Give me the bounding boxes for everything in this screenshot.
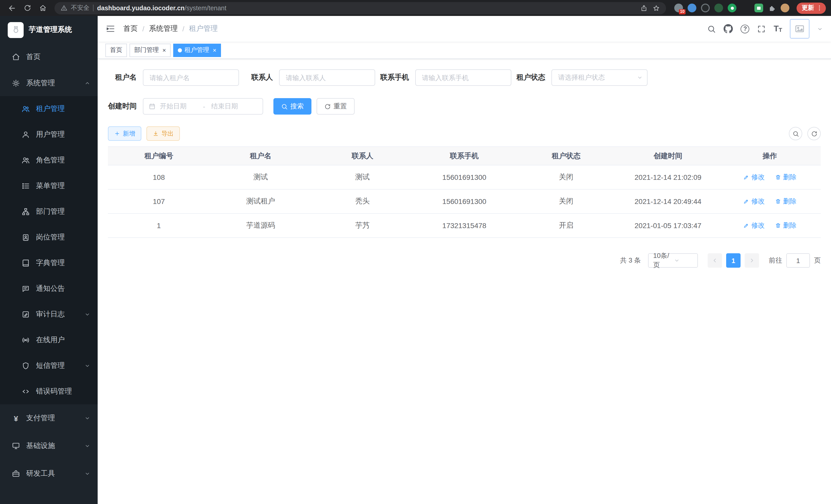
browser-menu-kebab-icon[interactable] bbox=[816, 5, 823, 11]
code-icon bbox=[22, 387, 30, 395]
sidebar-item-post-management[interactable]: 岗位管理 bbox=[0, 225, 98, 250]
page-size-select[interactable]: 10条/页 bbox=[648, 253, 698, 268]
sidebar-item-system-management[interactable]: 系统管理 bbox=[0, 70, 98, 96]
sidebar-item-home[interactable]: 首页 bbox=[0, 44, 98, 70]
extension-icon[interactable] bbox=[741, 4, 750, 12]
sidebar-item-online-users[interactable]: 在线用户 bbox=[0, 327, 98, 353]
avatar-caret-down-icon[interactable] bbox=[817, 26, 823, 32]
url-path: /system/tenant bbox=[184, 4, 226, 11]
extension-icon[interactable] bbox=[728, 4, 737, 12]
update-label: 更新 bbox=[802, 4, 814, 12]
breadcrumb-home[interactable]: 首页 bbox=[123, 24, 138, 33]
edit-link[interactable]: 修改 bbox=[743, 173, 765, 182]
next-page-button[interactable] bbox=[745, 253, 759, 268]
fullscreen-icon bbox=[757, 24, 766, 33]
edit-link[interactable]: 修改 bbox=[743, 221, 765, 230]
reload-button[interactable] bbox=[21, 2, 34, 14]
home-icon bbox=[12, 53, 20, 61]
sidebar-collapse-button[interactable] bbox=[106, 24, 115, 33]
refresh-table-button[interactable] bbox=[807, 127, 821, 140]
tenant-status-select[interactable]: 请选择租户状态 bbox=[551, 69, 648, 86]
goto-page-input[interactable] bbox=[786, 253, 810, 268]
close-icon[interactable]: × bbox=[163, 47, 166, 53]
edit-pencil-icon bbox=[743, 174, 749, 180]
delete-link[interactable]: 删除 bbox=[775, 173, 797, 182]
reset-button[interactable]: 重置 bbox=[317, 98, 354, 115]
bookmark-star-icon[interactable] bbox=[653, 4, 660, 11]
update-button[interactable]: 更新 bbox=[797, 2, 826, 13]
chevron-down-icon bbox=[84, 312, 90, 318]
not-secure-label: 不安全 bbox=[71, 4, 89, 12]
address-bar[interactable]: 不安全 dashboard.yudao.iocoder.cn/system/te… bbox=[55, 2, 666, 14]
contact-phone-label: 联系手机 bbox=[380, 73, 415, 82]
sidebar-item-tenant-management[interactable]: 租户管理 bbox=[0, 96, 98, 122]
sidebar-item-label: 支付管理 bbox=[26, 414, 55, 423]
page-number-1[interactable]: 1 bbox=[726, 253, 741, 268]
col-phone: 联系手机 bbox=[413, 147, 515, 165]
tenant-name-input[interactable] bbox=[143, 69, 239, 86]
extension-icon[interactable] bbox=[714, 4, 723, 12]
contact-input[interactable] bbox=[279, 69, 375, 86]
edit-pencil-icon bbox=[743, 198, 749, 205]
sidebar-item-payment-management[interactable]: ¥ 支付管理 bbox=[0, 404, 98, 432]
extensions-area: 10 bbox=[674, 4, 790, 12]
delete-link[interactable]: 删除 bbox=[775, 221, 797, 230]
chevron-down-icon bbox=[84, 415, 90, 421]
filter-row-2: 创建时间 开始日期 - 结束日期 搜索 重置 bbox=[108, 98, 821, 115]
tab-tenant-management[interactable]: 租户管理× bbox=[173, 43, 221, 57]
tab-dept-management[interactable]: 部门管理× bbox=[130, 43, 171, 57]
delete-link[interactable]: 删除 bbox=[775, 197, 797, 206]
sidebar-item-notice-announcement[interactable]: 通知公告 bbox=[0, 276, 98, 302]
tab-home[interactable]: 首页 bbox=[105, 43, 127, 57]
sidebar-item-dev-tools[interactable]: 研发工具 bbox=[0, 460, 98, 487]
sidebar-item-audit-log[interactable]: 审计日志 bbox=[0, 302, 98, 327]
prev-page-button[interactable] bbox=[708, 253, 722, 268]
share-icon[interactable] bbox=[640, 4, 648, 11]
cell-created-at: 2021-12-14 20:49:44 bbox=[617, 189, 719, 213]
app-logo-row[interactable]: 芋道管理系统 bbox=[0, 16, 98, 44]
extension-icon[interactable] bbox=[754, 4, 763, 12]
export-button[interactable]: 导出 bbox=[146, 126, 180, 141]
profile-avatar-icon[interactable] bbox=[781, 4, 790, 12]
sidebar-item-menu-management[interactable]: 菜单管理 bbox=[0, 173, 98, 199]
sidebar-bottom-group: ¥ 支付管理 基础设施 研发工具 bbox=[0, 404, 98, 487]
help-button[interactable]: ? bbox=[741, 24, 749, 33]
extension-icon[interactable]: 10 bbox=[674, 4, 683, 12]
breadcrumb-current: 租户管理 bbox=[189, 24, 218, 33]
breadcrumb-system-management[interactable]: 系统管理 bbox=[149, 24, 178, 33]
cell-tenant-name: 测试 bbox=[210, 165, 311, 189]
close-icon[interactable]: × bbox=[213, 47, 217, 53]
toggle-search-button[interactable] bbox=[789, 127, 802, 140]
add-button-label: 新增 bbox=[123, 129, 135, 138]
date-separator: - bbox=[201, 102, 207, 110]
extension-icon[interactable] bbox=[688, 4, 696, 12]
edit-link[interactable]: 修改 bbox=[743, 197, 765, 206]
sidebar-item-user-management[interactable]: 用户管理 bbox=[0, 122, 98, 147]
export-button-label: 导出 bbox=[161, 129, 174, 138]
fullscreen-button[interactable] bbox=[757, 24, 766, 33]
github-link[interactable] bbox=[724, 24, 733, 33]
browser-home-button[interactable] bbox=[36, 2, 49, 14]
user-avatar[interactable] bbox=[790, 19, 809, 38]
sidebar-item-role-management[interactable]: 角色管理 bbox=[0, 147, 98, 173]
create-time-range-picker[interactable]: 开始日期 - 结束日期 bbox=[143, 98, 263, 115]
search-button[interactable]: 搜索 bbox=[274, 98, 311, 115]
calendar-icon bbox=[148, 103, 156, 110]
font-size-button[interactable]: TT bbox=[774, 25, 782, 33]
page-size-value: 10条/页 bbox=[653, 251, 674, 270]
sidebar-item-dept-management[interactable]: 部门管理 bbox=[0, 199, 98, 225]
tenant-status-placeholder: 请选择租户状态 bbox=[558, 73, 637, 82]
sidebar-item-sms-management[interactable]: 短信管理 bbox=[0, 353, 98, 379]
sidebar-item-dict-management[interactable]: 字典管理 bbox=[0, 250, 98, 276]
back-button[interactable] bbox=[5, 2, 19, 14]
breadcrumb-separator: / bbox=[142, 25, 144, 33]
extension-icon[interactable] bbox=[701, 4, 710, 12]
cell-contact: 测试 bbox=[312, 165, 413, 189]
add-button[interactable]: 新增 bbox=[108, 126, 141, 141]
cell-tenant-name: 测试租户 bbox=[210, 189, 311, 213]
sidebar-item-infrastructure[interactable]: 基础设施 bbox=[0, 432, 98, 460]
contact-phone-input[interactable] bbox=[415, 69, 511, 86]
sidebar-item-error-code-management[interactable]: 错误码管理 bbox=[0, 379, 98, 404]
extensions-puzzle-icon[interactable] bbox=[768, 4, 776, 12]
header-search-button[interactable] bbox=[708, 24, 716, 33]
